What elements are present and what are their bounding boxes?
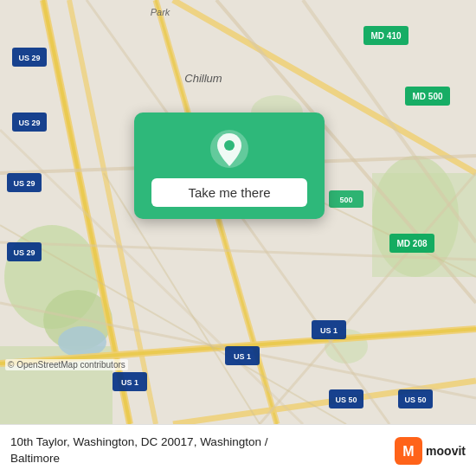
svg-text:US 29: US 29 — [18, 54, 40, 62]
svg-text:MD 410: MD 410 — [370, 31, 401, 41]
svg-text:MD 500: MD 500 — [412, 92, 442, 101]
svg-text:US 29: US 29 — [18, 119, 40, 127]
svg-text:US 1: US 1 — [320, 326, 338, 335]
osm-credit: © OpenStreetMap contributors — [5, 359, 128, 370]
svg-text:US 29: US 29 — [13, 248, 35, 257]
take-me-there-button[interactable]: Take me there — [151, 178, 307, 207]
svg-text:500: 500 — [339, 196, 352, 204]
bottom-bar: 10th Taylor, Washington, DC 20017, Washi… — [0, 424, 476, 476]
moovit-icon: M — [395, 437, 422, 465]
address-line2: Baltimore — [10, 452, 60, 465]
svg-text:Park: Park — [151, 7, 170, 17]
address-line1: 10th Taylor, Washington, DC 20017, Washi… — [10, 435, 267, 448]
map-pin-icon — [209, 128, 250, 170]
svg-point-8 — [58, 326, 106, 357]
svg-text:US 29: US 29 — [13, 179, 35, 188]
map-container: MD 410 MD 500 MD 208 US 29 US 29 US 29 U… — [0, 0, 476, 424]
moovit-logo: M moovit — [395, 437, 466, 465]
svg-rect-5 — [372, 173, 476, 277]
svg-text:US 1: US 1 — [234, 352, 251, 361]
svg-text:US 50: US 50 — [404, 396, 426, 404]
location-popup: Take me there — [134, 113, 325, 219]
moovit-label: moovit — [426, 444, 466, 458]
svg-text:Chillum: Chillum — [184, 72, 222, 85]
svg-text:US 50: US 50 — [335, 396, 357, 404]
svg-text:M: M — [402, 444, 414, 459]
svg-text:US 1: US 1 — [121, 378, 138, 387]
svg-point-58 — [224, 140, 235, 151]
svg-text:MD 208: MD 208 — [396, 239, 427, 248]
address-text: 10th Taylor, Washington, DC 20017, Washi… — [10, 434, 395, 467]
